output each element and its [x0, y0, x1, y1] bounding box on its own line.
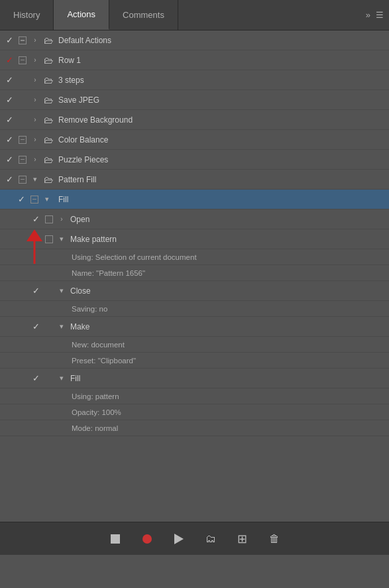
- menu-icon[interactable]: ☰: [376, 10, 384, 20]
- label-make: Make: [68, 322, 386, 331]
- check-make[interactable]: ✓: [29, 322, 42, 331]
- list-item[interactable]: ✓ ▾ Fill: [0, 190, 389, 209]
- check-save-jpeg[interactable]: ✓: [3, 95, 16, 105]
- list-item[interactable]: ✓ › 🗁 Color Balance: [0, 130, 389, 150]
- record-button[interactable]: [138, 530, 156, 548]
- list-item[interactable]: ✓ ▾ Make: [0, 317, 389, 337]
- check-row1[interactable]: ✓: [3, 55, 16, 65]
- arrow-fill-action[interactable]: ▾: [56, 374, 68, 382]
- list-item[interactable]: ✓ › 🗁 Save JPEG: [0, 90, 389, 110]
- arrow-make-pattern[interactable]: ▾: [56, 235, 68, 243]
- square-row1[interactable]: [16, 56, 29, 64]
- label-puzzle: Puzzle Pieces: [56, 155, 386, 164]
- list-item[interactable]: ✓ ▾ Make pattern: [0, 229, 389, 249]
- play-button[interactable]: [170, 530, 188, 548]
- record-icon: [142, 534, 152, 544]
- folder-remove-bg: 🗁: [41, 115, 56, 125]
- folder-pattern-fill: 🗁: [41, 174, 56, 185]
- check-default-actions[interactable]: ✓: [3, 35, 16, 45]
- detail-make-pattern-2: Name: "Pattern 1656": [66, 269, 386, 277]
- arrow-row1[interactable]: ›: [29, 56, 41, 64]
- tab-comments[interactable]: Comments: [109, 0, 178, 30]
- folder-color-balance: 🗁: [41, 135, 56, 145]
- arrow-pattern-fill[interactable]: ▾: [29, 175, 41, 184]
- arrow-default-actions[interactable]: ›: [29, 36, 41, 44]
- list-item[interactable]: ✓ › 🗁 Default Actions: [0, 30, 389, 50]
- label-make-pattern: Make pattern: [68, 235, 386, 244]
- tab-actions[interactable]: Actions: [54, 0, 109, 30]
- tab-extras: » ☰: [366, 10, 389, 20]
- folder-3steps: 🗁: [41, 75, 56, 86]
- check-fill-sub[interactable]: ✓: [15, 194, 28, 204]
- check-close[interactable]: ✓: [29, 286, 42, 296]
- label-row1: Row 1: [56, 56, 386, 65]
- check-fill-action[interactable]: ✓: [29, 373, 42, 383]
- check-remove-bg[interactable]: ✓: [3, 115, 16, 125]
- label-open: Open: [68, 215, 386, 224]
- tabs-bar: History Actions Comments » ☰: [0, 0, 389, 30]
- arrow-fill-sub[interactable]: ▾: [41, 195, 53, 204]
- detail-make-2: Preset: "Clipboard": [66, 357, 386, 365]
- arrow-save-jpeg[interactable]: ›: [29, 96, 41, 103]
- square-default-actions[interactable]: [16, 36, 29, 44]
- label-pattern-fill: Pattern Fill: [56, 175, 386, 184]
- tab-history[interactable]: History: [0, 0, 54, 30]
- check-open[interactable]: ✓: [29, 214, 42, 224]
- detail-close: Saving: no: [66, 305, 386, 313]
- list-item[interactable]: ✓ › 🗁 Puzzle Pieces: [0, 150, 389, 170]
- arrow-remove-bg[interactable]: ›: [29, 116, 41, 123]
- label-color-balance: Color Balance: [56, 135, 386, 145]
- list-item: Opacity: 100%: [0, 404, 389, 420]
- list-item[interactable]: ✓ › 🗁 Row 1: [0, 50, 389, 70]
- square-make-pattern[interactable]: [42, 235, 56, 243]
- square-open[interactable]: [42, 215, 56, 223]
- label-remove-bg: Remove Background: [56, 115, 386, 125]
- arrow-open[interactable]: ›: [56, 215, 68, 223]
- label-default-actions: Default Actions: [56, 36, 386, 45]
- list-item[interactable]: ✓ ▾ Close: [0, 281, 389, 301]
- chevron-icon[interactable]: »: [366, 10, 370, 20]
- arrow-puzzle[interactable]: ›: [29, 156, 41, 163]
- list-item: Saving: no: [0, 301, 389, 317]
- list-item: Using: Selection of current document: [0, 249, 389, 265]
- trash-icon: 🗑: [269, 533, 280, 545]
- new-action-button[interactable]: ⊞: [233, 530, 252, 548]
- square-pattern-fill[interactable]: [16, 176, 29, 184]
- folder-save-jpeg: 🗁: [41, 95, 56, 105]
- delete-button[interactable]: 🗑: [265, 530, 284, 548]
- list-item[interactable]: ✓ › Open: [0, 209, 389, 229]
- label-fill-sub: Fill: [53, 195, 386, 204]
- square-fill-sub[interactable]: [28, 196, 41, 204]
- list-item: Preset: "Clipboard": [0, 353, 389, 369]
- check-pattern-fill[interactable]: ✓: [3, 174, 16, 184]
- open-folder-icon: [205, 533, 216, 545]
- detail-fill-1: Using: pattern: [66, 392, 386, 400]
- label-save-jpeg: Save JPEG: [56, 95, 386, 105]
- open-folder-button[interactable]: [201, 530, 220, 548]
- label-close: Close: [68, 286, 386, 296]
- stop-button[interactable]: [106, 530, 125, 548]
- label-3steps: 3 steps: [56, 76, 386, 85]
- panel-container: History Actions Comments » ☰ ✓ › 🗁 Defau…: [0, 0, 389, 555]
- arrow-3steps[interactable]: ›: [29, 76, 41, 84]
- list-item[interactable]: ✓ ▾ Fill: [0, 369, 389, 388]
- stop-icon: [111, 534, 120, 544]
- check-color-balance[interactable]: ✓: [3, 135, 16, 145]
- square-puzzle[interactable]: [16, 156, 29, 164]
- list-item: Mode: normal: [0, 420, 389, 436]
- label-fill-action: Fill: [68, 374, 386, 383]
- check-puzzle[interactable]: ✓: [3, 154, 16, 164]
- square-color-balance[interactable]: [16, 136, 29, 144]
- list-item[interactable]: ✓ › 🗁 Remove Background: [0, 110, 389, 130]
- arrow-make[interactable]: ▾: [56, 322, 68, 331]
- arrow-close[interactable]: ▾: [56, 286, 68, 295]
- arrow-color-balance[interactable]: ›: [29, 136, 41, 143]
- list-item[interactable]: ✓ › 🗁 3 steps: [0, 70, 389, 90]
- folder-puzzle: 🗁: [41, 154, 56, 165]
- check-3steps[interactable]: ✓: [3, 75, 16, 85]
- check-make-pattern[interactable]: ✓: [29, 234, 42, 244]
- list-item: Name: "Pattern 1656": [0, 265, 389, 281]
- detail-fill-3: Mode: normal: [66, 424, 386, 432]
- list-item: Using: pattern: [0, 388, 389, 404]
- list-item[interactable]: ✓ ▾ 🗁 Pattern Fill: [0, 170, 389, 190]
